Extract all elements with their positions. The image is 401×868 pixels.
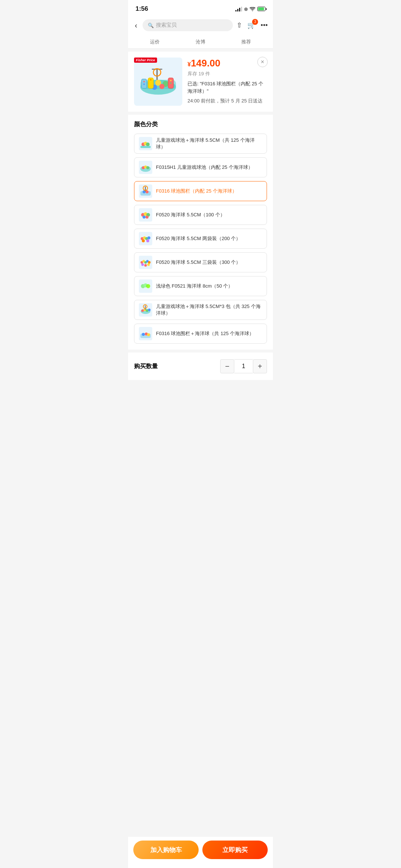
quantity-label: 购买数量 <box>134 363 158 370</box>
selected-variant: 已选: "F0316 球池围栏（内配 25 个海洋球）" <box>188 80 267 95</box>
price-symbol: ¥ <box>188 61 191 68</box>
cart-icon[interactable]: 🛒 3 <box>247 21 255 29</box>
tab-cangbo[interactable]: 沧博 <box>177 35 223 48</box>
variant-label-8: 儿童游戏球池＋海洋球 5.5CM*3 包（共 325 个海洋球） <box>156 303 262 317</box>
variant-thumb-1 <box>139 137 152 150</box>
product-card: Fisher Price <box>128 52 273 112</box>
variant-item-9[interactable]: F0316 球池围栏＋海洋球（共 125 个海洋球） <box>134 324 267 344</box>
svg-point-49 <box>147 263 150 266</box>
variant-item-1[interactable]: 儿童游戏球池＋海洋球 5.5CM（共 125 个海洋球） <box>134 134 267 154</box>
nav-tabs: 运价 沧博 推荐 <box>128 35 273 49</box>
svg-point-25 <box>146 166 149 169</box>
product-image <box>134 58 182 106</box>
variant-label-7: 浅绿色 F0521 海洋球 8cm（50 个） <box>156 283 233 289</box>
svg-point-61 <box>142 333 145 336</box>
svg-rect-21 <box>140 146 151 148</box>
svg-point-14 <box>143 83 145 85</box>
close-button[interactable]: × <box>257 57 268 67</box>
svg-point-35 <box>146 216 149 219</box>
variant-label-4: F0520 海洋球 5.5CM（100 个） <box>156 212 225 218</box>
svg-point-41 <box>146 239 149 242</box>
svg-rect-29 <box>145 187 146 192</box>
variant-thumb-3 <box>139 184 152 198</box>
svg-point-52 <box>146 284 150 288</box>
svg-point-15 <box>150 79 151 81</box>
variant-thumb-6 <box>139 256 152 269</box>
svg-point-40 <box>142 239 145 242</box>
variant-item-2[interactable]: F0315H1 儿童游戏球池（内配 25 个海洋球） <box>134 157 267 177</box>
share-icon[interactable]: ⇧ <box>237 21 242 29</box>
variant-label-3: F0316 球池围栏（内配 25 个海洋球） <box>156 188 237 194</box>
search-icon: 🔍 <box>148 23 154 28</box>
variant-item-6[interactable]: F0520 海洋球 5.5CM 三袋装（300 个） <box>134 252 267 272</box>
wifi-icon: ⊗ <box>244 6 255 12</box>
battery-icon <box>257 7 265 11</box>
variant-thumb-9 <box>139 327 152 340</box>
variant-thumb-7 <box>139 279 152 293</box>
color-section-title: 颜色分类 <box>134 121 267 128</box>
svg-point-63 <box>147 333 150 336</box>
quantity-minus-button[interactable]: − <box>220 359 234 373</box>
product-top: ¥149.00 库存 19 件 已选: "F0316 球池围栏（内配 25 个海… <box>134 58 267 106</box>
variant-label-2: F0315H1 儿童游戏球池（内配 25 个海洋球） <box>156 164 253 171</box>
back-button[interactable]: ‹ <box>133 20 139 30</box>
fisher-price-logo: Fisher Price <box>134 58 157 63</box>
search-input-wrap[interactable]: 🔍 搜索宝贝 <box>143 19 233 31</box>
spacer <box>128 380 273 425</box>
svg-point-16 <box>170 80 172 81</box>
status-time: 1:56 <box>136 5 148 13</box>
svg-point-46 <box>148 261 151 264</box>
svg-point-6 <box>159 84 164 89</box>
svg-point-39 <box>147 236 150 239</box>
variant-item-5[interactable]: F0520 海洋球 5.5CM 两袋装（200 个） <box>134 229 267 249</box>
svg-point-17 <box>170 82 172 84</box>
tab-tuijian[interactable]: 推荐 <box>224 35 269 48</box>
svg-point-20 <box>146 143 150 146</box>
search-placeholder: 搜索宝贝 <box>156 22 177 29</box>
variant-item-7[interactable]: 浅绿色 F0521 海洋球 8cm（50 个） <box>134 276 267 296</box>
variant-options: 儿童游戏球池＋海洋球 5.5CM（共 125 个海洋球） F0315H1 儿童游… <box>134 134 267 344</box>
variant-thumb-5 <box>139 232 152 245</box>
tab-yunlv[interactable]: 运价 <box>132 35 177 48</box>
variant-thumb-8 <box>139 303 152 317</box>
svg-rect-7 <box>156 69 158 80</box>
variant-thumb-4 <box>139 208 152 222</box>
variant-thumb-2 <box>139 161 152 174</box>
quantity-plus-button[interactable]: + <box>253 359 267 373</box>
svg-point-54 <box>141 309 144 312</box>
variant-item-8[interactable]: 儿童游戏球池＋海洋球 5.5CM*3 包（共 325 个海洋球） <box>134 300 267 320</box>
variant-label-9: F0316 球池围栏＋海洋球（共 125 个海洋球） <box>156 330 254 337</box>
svg-point-57 <box>148 309 151 311</box>
more-icon[interactable]: ••• <box>261 22 268 29</box>
status-icons: ⊗ <box>235 6 265 12</box>
variant-item-4[interactable]: F0520 海洋球 5.5CM（100 个） <box>134 205 267 225</box>
stock-info: 库存 19 件 <box>188 71 267 77</box>
color-section: 颜色分类 儿童游戏球池＋海洋球 5.5CM（共 125 个海洋球） F0315H… <box>128 115 273 350</box>
cart-badge: 3 <box>252 19 258 25</box>
signal-icon <box>235 6 242 12</box>
quantity-value: 1 <box>234 359 253 373</box>
svg-point-56 <box>146 309 149 312</box>
status-bar: 1:56 ⊗ <box>128 0 273 16</box>
svg-point-47 <box>141 263 144 266</box>
svg-point-48 <box>144 264 147 267</box>
svg-point-28 <box>146 190 149 193</box>
product-info: ¥149.00 库存 19 件 已选: "F0316 球池围栏（内配 25 个海… <box>188 58 267 106</box>
top-icons: ⇧ 🛒 3 ••• <box>237 21 268 29</box>
delivery-text: 24:00 前付款，预计 5 月 25 日送达 <box>188 98 267 104</box>
quantity-section: 购买数量 − 1 + <box>128 353 273 380</box>
variant-label-5: F0520 海洋球 5.5CM 两袋装（200 个） <box>156 235 241 242</box>
quantity-controls: − 1 + <box>220 359 267 373</box>
variant-label-6: F0520 海洋球 5.5CM 三袋装（300 个） <box>156 259 241 266</box>
svg-rect-58 <box>145 305 146 310</box>
svg-point-34 <box>143 216 146 219</box>
search-bar: ‹ 🔍 搜索宝贝 ⇧ 🛒 3 ••• <box>128 16 273 35</box>
variant-item-3[interactable]: F0316 球池围栏（内配 25 个海洋球） <box>134 181 267 201</box>
product-price: ¥149.00 <box>188 58 267 69</box>
svg-point-13 <box>143 81 145 82</box>
variant-label-1: 儿童游戏球池＋海洋球 5.5CM（共 125 个海洋球） <box>156 137 262 150</box>
